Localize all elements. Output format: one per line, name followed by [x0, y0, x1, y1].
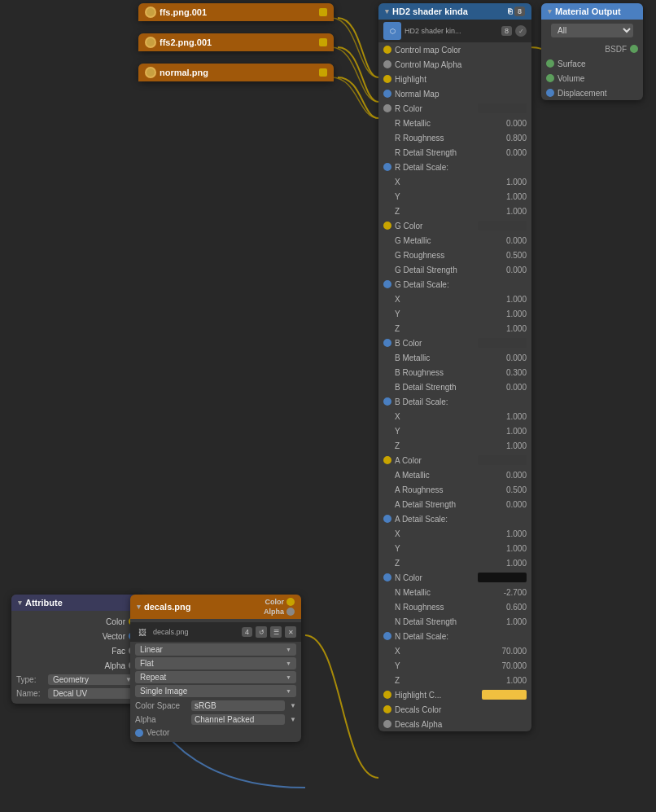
- shader-settings-btn[interactable]: ✓: [515, 25, 527, 37]
- socket-output[interactable]: [319, 8, 327, 16]
- b-scale-y: Y1.000: [378, 424, 531, 438]
- attr-color-row: Color: [11, 614, 142, 629]
- decals-unlink-btn[interactable]: ✕: [285, 626, 296, 638]
- socket-output[interactable]: [319, 68, 327, 77]
- b-scale-x-val[interactable]: 1.000: [494, 412, 527, 421]
- b-detail-scale-socket: [383, 397, 391, 406]
- collapse-icon[interactable]: ▾: [385, 7, 389, 15]
- a-color-swatch[interactable]: [478, 455, 527, 465]
- n-scale-z: Z1.000: [378, 673, 531, 687]
- r-scale-y-val[interactable]: 1.000: [494, 192, 527, 201]
- n-roughness-row: N Roughness 0.600: [378, 599, 531, 614]
- decals-color-socket: [383, 705, 391, 713]
- n-roughness-value[interactable]: 0.600: [494, 603, 527, 612]
- b-color-swatch[interactable]: [478, 338, 527, 348]
- color-space-value[interactable]: sRGB: [191, 700, 285, 711]
- a-scale-z-val[interactable]: 1.000: [494, 559, 527, 568]
- r-detail-scale-label: R Detail Scale:: [395, 163, 527, 172]
- image-node-ffs1[interactable]: ffs.png.001: [138, 3, 334, 21]
- decals-collapse-icon[interactable]: ▾: [137, 603, 141, 611]
- socket-highlight: Highlight: [378, 72, 531, 86]
- r-detail-scale-socket: [383, 163, 391, 171]
- a-roughness-value[interactable]: 0.500: [494, 485, 527, 494]
- b-scale-x: X1.000: [378, 409, 531, 424]
- attribute-node[interactable]: ▾ Attribute Color Vector Fac Alpha Typ: [11, 595, 142, 704]
- mat-output-select[interactable]: All: [551, 24, 633, 37]
- image-node-ffs2[interactable]: ffs2.png.001: [138, 33, 334, 51]
- b-detail-strength-label: B Detail Strength: [395, 383, 494, 392]
- n-scale-x: X70.000: [378, 643, 531, 658]
- b-metallic-value[interactable]: 0.000: [494, 353, 527, 362]
- a-roughness-row: A Roughness 0.500: [378, 482, 531, 497]
- g-metallic-row: G Metallic 0.000: [378, 233, 531, 248]
- g-roughness-value[interactable]: 0.500: [494, 251, 527, 260]
- r-scale-z-val[interactable]: 1.000: [494, 207, 527, 216]
- n-color-label: N Color: [395, 573, 478, 582]
- decals-interpolation-dropdown[interactable]: Linear: [135, 643, 296, 656]
- attr-fac-row: Fac: [11, 643, 142, 658]
- decals-image-node[interactable]: ▾ decals.png Color Alpha 🖼 decals.png 4: [130, 595, 301, 742]
- g-color-label: G Color: [395, 222, 478, 230]
- bsdf-row: BSDF: [541, 42, 643, 56]
- b-metallic-label: B Metallic: [395, 353, 494, 362]
- n-detail-strength-value[interactable]: 1.000: [494, 617, 527, 626]
- g-detail-strength-value[interactable]: 0.000: [494, 266, 527, 274]
- r-roughness-value[interactable]: 0.800: [494, 134, 527, 143]
- g-scale-y-val[interactable]: 1.000: [494, 309, 527, 318]
- attr-vector-label: Vector: [103, 632, 125, 641]
- n-metallic-value[interactable]: -2.700: [494, 588, 527, 597]
- b-detail-strength-value[interactable]: 0.000: [494, 383, 527, 392]
- decals-right-sockets: Color Alpha: [264, 598, 295, 616]
- image-node-normal[interactable]: normal.png: [138, 64, 334, 81]
- hd2-shader-node[interactable]: ▾ HD2 shader kinda ⎘ 8 ⬡ HD2 shader kin.…: [378, 3, 531, 731]
- r-detail-strength-row: R Detail Strength 0.000: [378, 145, 531, 160]
- attr-type-dropdown[interactable]: Geometry ▼: [48, 674, 137, 685]
- a-detail-strength-value[interactable]: 0.000: [494, 500, 527, 509]
- a-scale-x-val[interactable]: 1.000: [494, 529, 527, 538]
- g-scale-x-val[interactable]: 1.000: [494, 295, 527, 304]
- g-metallic-value[interactable]: 0.000: [494, 236, 527, 245]
- r-detail-strength-value[interactable]: 0.000: [494, 148, 527, 157]
- socket-dot: [383, 90, 391, 98]
- highlight-c-swatch: [482, 690, 527, 700]
- attr-name-input[interactable]: Decal UV: [48, 688, 137, 699]
- bsdf-socket: [630, 45, 638, 53]
- b-color-socket: [383, 339, 391, 347]
- highlight-c-label: Highlight C...: [395, 691, 482, 700]
- img-node-header-ffs2: ffs2.png.001: [138, 33, 334, 51]
- r-metallic-value[interactable]: 0.000: [494, 119, 527, 128]
- a-scale-x: X1.000: [378, 526, 531, 541]
- b-scale-z-val[interactable]: 1.000: [494, 441, 527, 450]
- decals-color-space-row: Color Space sRGB ▼: [130, 699, 301, 713]
- img-node-title: ffs2.png.001: [160, 37, 212, 47]
- r-scale-x-val[interactable]: 1.000: [494, 178, 527, 187]
- n-scale-z-val[interactable]: 1.000: [494, 676, 527, 685]
- mat-collapse-icon[interactable]: ▾: [548, 7, 552, 15]
- decals-preview-num: 4: [242, 627, 252, 637]
- b-scale-y-val[interactable]: 1.000: [494, 427, 527, 436]
- material-output-node[interactable]: ▾ Material Output All BSDF Surface Volum…: [541, 3, 643, 100]
- b-roughness-row: B Roughness 0.300: [378, 365, 531, 380]
- decals-extension-dropdown[interactable]: Repeat: [135, 671, 296, 683]
- a-metallic-value[interactable]: 0.000: [494, 471, 527, 480]
- n-scale-y-val[interactable]: 70.000: [494, 661, 527, 670]
- decals-node-header: ▾ decals.png Color Alpha: [130, 595, 301, 619]
- decals-preview-icon: 🖼: [135, 625, 150, 639]
- n-color-swatch[interactable]: [478, 573, 527, 582]
- socket-output[interactable]: [319, 38, 327, 46]
- decals-source-dropdown[interactable]: Single Image: [135, 685, 296, 697]
- g-color-swatch[interactable]: [478, 221, 527, 230]
- decals-alpha-label: Decals Alpha: [395, 720, 527, 729]
- decals-projection-dropdown[interactable]: Flat: [135, 657, 296, 669]
- b-roughness-value[interactable]: 0.300: [494, 368, 527, 377]
- n-scale-x-val[interactable]: 70.000: [494, 647, 527, 656]
- alpha-value[interactable]: Channel Packed: [191, 714, 285, 725]
- shader-node-header: ▾ HD2 shader kinda ⎘ 8: [378, 3, 531, 20]
- a-scale-y-val[interactable]: 1.000: [494, 544, 527, 553]
- r-color-swatch[interactable]: [478, 103, 527, 113]
- g-scale-z-val[interactable]: 1.000: [494, 324, 527, 333]
- decals-browse-btn[interactable]: ☰: [270, 626, 282, 638]
- attr-collapse-icon[interactable]: ▾: [18, 599, 22, 607]
- decals-title: decals.png: [144, 602, 190, 612]
- decals-reload-btn[interactable]: ↺: [256, 626, 267, 638]
